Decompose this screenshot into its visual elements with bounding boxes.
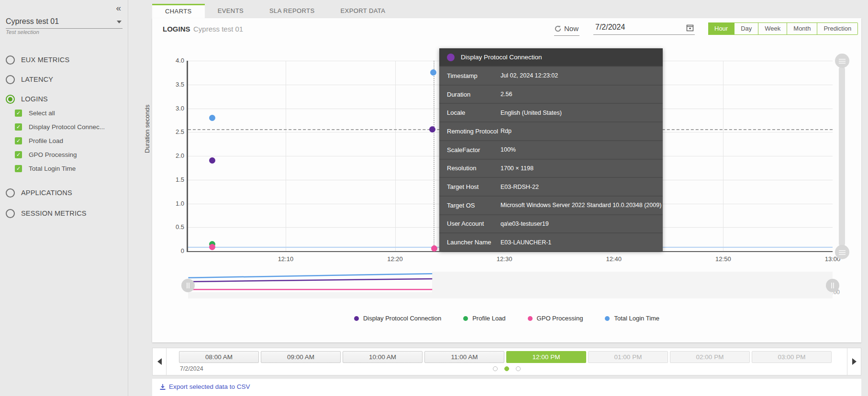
tooltip-row: Duration 2.56 (439, 85, 663, 103)
tooltip-row-label: ScaleFactor (447, 146, 501, 154)
timeline-next-icon[interactable] (852, 358, 857, 365)
timeline-prev-icon[interactable] (157, 358, 162, 365)
download-icon (159, 384, 166, 390)
x-axis-line (187, 251, 833, 252)
test-select-dropdown[interactable]: Cypress test 01 (6, 17, 122, 29)
range-button-group: HourDayWeekMonthPrediction (708, 22, 858, 35)
sidebar-collapse-icon[interactable]: « (116, 3, 121, 13)
tooltip-row-value: E03-LAUNCHER-1 (501, 239, 554, 246)
radio-icon (6, 95, 15, 104)
chevron-down-icon (117, 21, 122, 23)
sidebar-metric-radio[interactable]: SESSION METRICS (6, 208, 128, 219)
hour-timeline-bar: 08:00 AM09:00 AM10:00 AM11:00 AM12:00 PM… (152, 348, 861, 375)
sidebar-metric-radio[interactable]: APPLICATIONS (6, 187, 128, 198)
overview-line-total-login-time (188, 274, 432, 278)
legend-item[interactable]: Display Protocol Connection (354, 315, 441, 322)
tab[interactable]: CHARTS (152, 4, 205, 18)
calendar-icon[interactable] (686, 24, 694, 33)
legend-item[interactable]: Total Login Time (605, 315, 659, 322)
checkbox-checked-icon: ✓ (15, 137, 22, 144)
refresh-now-button[interactable]: Now (554, 23, 579, 36)
data-point-display-protocol-connection[interactable] (429, 126, 435, 132)
hour-slot-button[interactable]: 08:00 AM (179, 351, 259, 363)
tab-bar: CHARTSEVENTSSLA REPORTSEXPORT DATA (152, 4, 398, 18)
legend-item[interactable]: GPO Processing (528, 315, 583, 322)
data-point-gpo-processing[interactable] (431, 245, 437, 252)
radio-icon (6, 188, 15, 198)
timeline-page-dot[interactable] (493, 366, 498, 371)
range-button[interactable]: Hour (708, 22, 734, 35)
sidebar-metric-radio[interactable]: LATENCY (6, 74, 128, 85)
tooltip-row: ScaleFactor 100% (439, 140, 663, 159)
login-metric-label: Display Protocol Connec... (29, 123, 105, 131)
sidebar-metric-label: SESSION METRICS (21, 209, 87, 217)
tab[interactable]: EVENTS (205, 4, 256, 18)
legend-label: GPO Processing (537, 315, 583, 322)
overview-line-display-protocol-connection (188, 279, 432, 282)
login-metric-label: Select all (29, 110, 55, 117)
y-zoom-slider-handle-top[interactable] (835, 54, 849, 68)
legend-item[interactable]: Profile Load (463, 315, 505, 322)
tooltip-row-value: qa\e03-testuser19 (501, 220, 552, 227)
hour-slot-button[interactable]: 01:00 PM (588, 351, 668, 363)
hour-slot-button[interactable]: 10:00 AM (343, 351, 423, 363)
refresh-now-label: Now (564, 24, 579, 33)
export-csv-label: Export selected data to CSV (169, 383, 250, 390)
overview-range-handle-right[interactable] (826, 279, 839, 292)
hour-slot-button[interactable]: 02:00 PM (670, 351, 750, 363)
page-subtitle: Cypress test 01 (193, 25, 243, 33)
data-point-gpo-processing[interactable] (209, 244, 215, 250)
checkbox-checked-icon: ✓ (15, 110, 22, 117)
radio-icon (6, 209, 15, 218)
tooltip-row: Target OS Microsoft Windows Server 2022 … (439, 196, 663, 214)
range-button[interactable]: Month (787, 22, 817, 35)
y-zoom-slider-track[interactable] (839, 66, 845, 247)
overview-range-handle-left[interactable] (181, 279, 195, 292)
range-button[interactable]: Prediction (817, 22, 858, 35)
checkbox-checked-icon: ✓ (15, 151, 22, 158)
sidebar-metric-radio[interactable]: EUX METRICS (6, 54, 128, 66)
tooltip-row-value: Microsoft Windows Server 2022 Standard 1… (501, 202, 664, 209)
tooltip-row-value: Rdp (501, 128, 514, 134)
tooltip-row-label: Duration (447, 91, 501, 98)
date-input[interactable]: 7/2/2024 (593, 22, 695, 35)
tab[interactable]: EXPORT DATA (328, 4, 399, 18)
sidebar-metric-label: LOGINS (21, 95, 48, 103)
chart-legend: Display Protocol Connection Profile Load… (152, 315, 861, 322)
datapoint-tooltip: Display Protocol Connection Timestamp Ju… (439, 48, 663, 251)
tooltip-header: Display Protocol Connection (439, 48, 663, 66)
sidebar-metric-radio[interactable]: LOGINS (6, 93, 128, 105)
tooltip-row: Launcher Name E03-LAUNCHER-1 (439, 232, 663, 251)
hour-slot-button[interactable]: 12:00 PM (506, 351, 586, 363)
y-zoom-slider-handle-bottom[interactable] (835, 245, 849, 259)
login-metric-checkbox-row[interactable]: ✓ Select all (15, 108, 128, 118)
tooltip-row: User Account qa\e03-testuser19 (439, 214, 663, 233)
refresh-icon (554, 25, 562, 33)
tooltip-row-value: 100% (501, 146, 519, 153)
timeline-page-dot[interactable] (504, 366, 509, 371)
tooltip-row-value: 1700 × 1198 (501, 165, 536, 172)
login-metric-label: Total Login Time (29, 165, 76, 172)
overview-lines (188, 272, 833, 292)
login-metric-label: GPO Processing (29, 151, 77, 158)
hour-slot-button[interactable]: 11:00 AM (424, 351, 504, 363)
page-title: LOGINS (163, 25, 190, 33)
tooltip-row: Target Host E03-RDSH-22 (439, 177, 663, 196)
export-csv-link[interactable]: Export selected data to CSV (159, 383, 250, 390)
hour-slot-button[interactable]: 03:00 PM (752, 351, 832, 363)
login-metric-checkbox-row[interactable]: ✓ Profile Load (15, 135, 128, 146)
checkbox-checked-icon: ✓ (15, 165, 22, 172)
range-button[interactable]: Week (758, 22, 787, 35)
hour-slot-button[interactable]: 09:00 AM (261, 351, 341, 363)
tab[interactable]: SLA REPORTS (256, 4, 327, 18)
login-metric-checkbox-row[interactable]: ✓ Display Protocol Connec... (15, 121, 128, 132)
range-button[interactable]: Day (734, 22, 758, 35)
timeline-page-dot[interactable] (516, 366, 521, 371)
sidebar-metric-label: APPLICATIONS (21, 189, 72, 197)
tooltip-row: Locale English (United States) (439, 103, 663, 121)
tooltip-row: Remoting Protocol Rdp (439, 121, 663, 140)
tooltip-title: Display Protocol Connection (461, 54, 542, 61)
test-select-value: Cypress test 01 (6, 17, 59, 25)
login-metric-checkbox-row[interactable]: ✓ GPO Processing (15, 149, 128, 160)
login-metric-checkbox-row[interactable]: ✓ Total Login Time (15, 163, 128, 174)
